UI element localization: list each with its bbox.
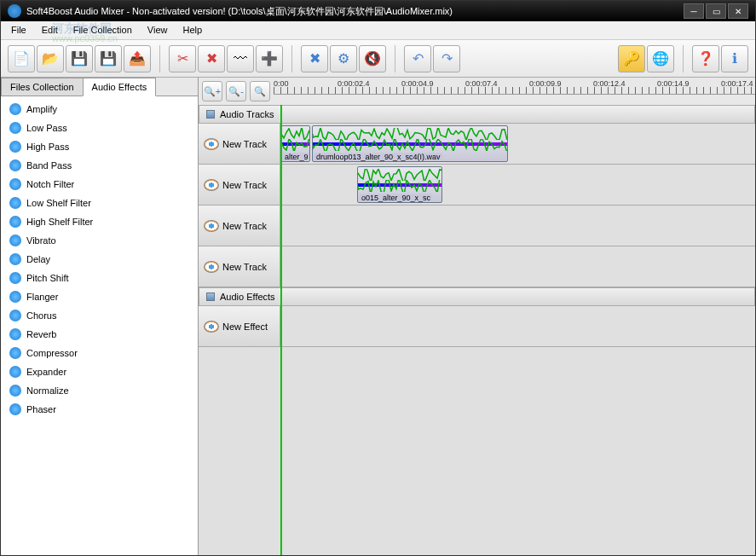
effect-icon — [9, 385, 21, 397]
remove-track-button[interactable]: ✖ — [301, 45, 328, 72]
effect-item-amplify[interactable]: Amplify — [4, 100, 194, 119]
track-header[interactable]: New Track — [199, 124, 280, 164]
effect-item-notch-filter[interactable]: Notch Filter — [4, 175, 194, 194]
save-button[interactable]: 💾 — [66, 45, 93, 72]
menu-help[interactable]: Help — [176, 23, 209, 38]
tab-files-collection[interactable]: Files Collection — [1, 78, 84, 96]
playhead[interactable] — [280, 105, 282, 555]
section-label: Audio Tracks — [220, 109, 274, 119]
new-file-button[interactable]: 📄 — [8, 45, 35, 72]
effect-label: Low Shelf Filter — [26, 198, 91, 208]
effect-item-high-shelf-filter[interactable]: High Shelf Filter — [4, 212, 194, 231]
mute-track-button[interactable]: 🔇 — [359, 45, 386, 72]
help-button[interactable]: ❓ — [692, 45, 719, 72]
zoom-fit-button[interactable]: 🔍 — [250, 81, 270, 101]
effect-icon — [9, 328, 21, 340]
track-content[interactable] — [280, 206, 755, 246]
ruler-tick: 0:00:09.9 — [529, 79, 562, 88]
effect-item-high-pass[interactable]: High Pass — [4, 137, 194, 156]
effect-item-low-pass[interactable]: Low Pass — [4, 119, 194, 137]
track-content[interactable] — [280, 246, 755, 287]
section-label: Audio Effects — [220, 292, 275, 302]
effect-label: Phaser — [26, 404, 56, 414]
tab-audio-effects[interactable]: Audio Effects — [83, 78, 157, 96]
track-header[interactable]: New Track — [199, 165, 280, 205]
effect-icon — [9, 347, 21, 359]
web-button[interactable]: 🌐 — [647, 45, 674, 72]
effect-item-expander[interactable]: Expander — [4, 362, 194, 381]
collapse-icon — [206, 110, 215, 119]
app-icon — [8, 4, 21, 18]
open-file-button[interactable]: 📂 — [37, 45, 64, 72]
audio-clip[interactable]: alter_9 — [280, 125, 310, 162]
effect-label: Vibrato — [26, 235, 56, 246]
menubar: 河东软件园 www.pc0359.cn File Edit File Colle… — [1, 21, 755, 40]
maximize-button[interactable]: ▭ — [706, 3, 726, 19]
audio-clip[interactable]: o015_alter_90_x_sc — [357, 166, 442, 203]
effect-icon — [9, 253, 21, 265]
eye-icon[interactable] — [204, 321, 219, 333]
effect-label: Amplify — [26, 104, 57, 114]
effect-track-content[interactable] — [280, 306, 755, 346]
track-content[interactable]: o015_alter_90_x_sc — [280, 165, 755, 205]
effect-item-flanger[interactable]: Flanger — [4, 287, 194, 306]
timeline-ruler[interactable]: 0:000:00:02.40:00:04.90:00:07.40:00:09.9… — [274, 78, 755, 95]
menu-view[interactable]: View — [141, 23, 175, 38]
effect-label: Pitch Shift — [26, 273, 69, 283]
track-label: New Track — [222, 180, 267, 190]
trim-button[interactable]: 〰 — [227, 45, 254, 72]
effect-label: Delay — [26, 254, 50, 264]
window-title: Soft4Boost Audio Mixer - Non-activated v… — [26, 5, 453, 18]
about-button[interactable]: ℹ — [721, 45, 748, 72]
effect-item-reverb[interactable]: Reverb — [4, 325, 194, 344]
effect-label: Normalize — [26, 385, 69, 396]
cut-button[interactable]: ✂ — [169, 45, 196, 72]
minimize-button[interactable]: ─ — [684, 3, 704, 19]
effect-icon — [9, 216, 21, 228]
watermark-url: www.pc0359.cn — [52, 33, 118, 43]
add-marker-button[interactable]: ➕ — [256, 45, 283, 72]
ruler-tick: 0:00:14.9 — [657, 79, 690, 88]
track-settings-button[interactable]: ⚙ — [330, 45, 357, 72]
eye-icon[interactable] — [204, 138, 219, 150]
effect-item-band-pass[interactable]: Band Pass — [4, 156, 194, 175]
clip-label: alter_9 — [283, 153, 310, 161]
collapse-icon — [206, 292, 215, 301]
titlebar: Soft4Boost Audio Mixer - Non-activated v… — [1, 1, 755, 21]
effect-item-low-shelf-filter[interactable]: Low Shelf Filter — [4, 194, 194, 212]
redo-button[interactable]: ↷ — [433, 45, 460, 72]
track-label: New Track — [222, 262, 267, 272]
effect-label: Notch Filter — [26, 179, 74, 189]
effect-item-phaser[interactable]: Phaser — [4, 400, 194, 419]
effect-label: High Pass — [26, 142, 69, 152]
audio-clip[interactable]: drumloop013_alter_90_x_sc4(I).wav — [312, 125, 508, 162]
effect-track-header[interactable]: New Effect — [199, 306, 280, 346]
sidebar-tabs: Files Collection Audio Effects — [1, 78, 198, 96]
activate-button[interactable]: 🔑 — [618, 45, 645, 72]
export-button[interactable]: 📤 — [124, 45, 151, 72]
save-as-button[interactable]: 💾 — [95, 45, 122, 72]
track-header[interactable]: New Track — [199, 246, 280, 287]
effect-item-chorus[interactable]: Chorus — [4, 306, 194, 325]
tracks-container: Audio Tracks New Trackalter_9drumloop013… — [199, 105, 755, 555]
eye-icon[interactable] — [204, 179, 219, 191]
effect-item-vibrato[interactable]: Vibrato — [4, 231, 194, 250]
track-content[interactable]: alter_9drumloop013_alter_90_x_sc4(I).wav — [280, 124, 755, 164]
eye-icon[interactable] — [204, 220, 219, 232]
zoom-out-button[interactable]: 🔍- — [226, 81, 246, 101]
zoom-in-button[interactable]: 🔍+ — [202, 81, 222, 101]
eye-icon[interactable] — [204, 261, 219, 273]
effect-item-normalize[interactable]: Normalize — [4, 381, 194, 400]
effect-item-delay[interactable]: Delay — [4, 250, 194, 269]
ruler-tick: 0:00:17.4 — [721, 79, 753, 88]
effect-item-compressor[interactable]: Compressor — [4, 344, 194, 362]
effect-label: Expander — [26, 367, 66, 377]
delete-button[interactable]: ✖ — [198, 45, 225, 72]
zoom-controls: 🔍+ 🔍- 🔍 — [199, 78, 274, 105]
effect-item-pitch-shift[interactable]: Pitch Shift — [4, 269, 194, 287]
close-button[interactable]: ✕ — [728, 3, 748, 19]
track-header[interactable]: New Track — [199, 206, 280, 246]
ruler-tick: 0:00:02.4 — [338, 79, 370, 88]
undo-button[interactable]: ↶ — [404, 45, 431, 72]
menu-file[interactable]: File — [4, 23, 33, 38]
